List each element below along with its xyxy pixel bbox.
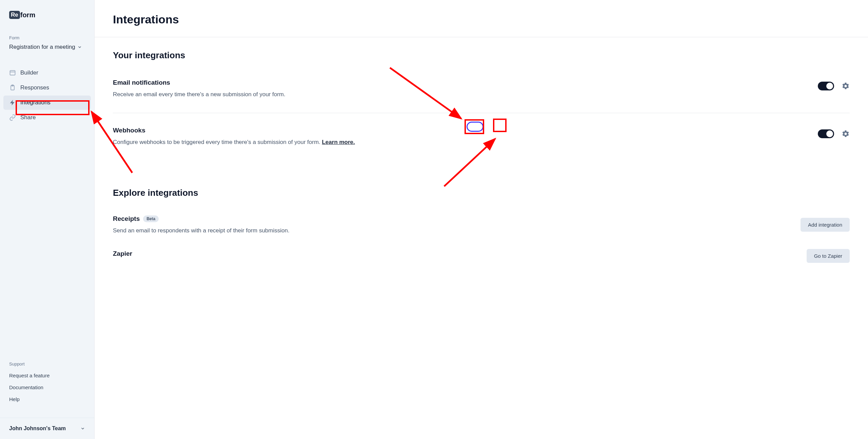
- support-request-feature[interactable]: Request a feature: [9, 373, 85, 378]
- email-title: Email notifications: [113, 79, 818, 86]
- clipboard-icon: [9, 84, 16, 91]
- sidebar: Reform Form Registration for a meeting B…: [0, 0, 95, 439]
- logo: Reform: [0, 0, 94, 19]
- nav-integrations-label: Integrations: [20, 99, 51, 106]
- form-section: Form Registration for a meeting: [0, 19, 94, 50]
- webhooks-title: Webhooks: [113, 127, 818, 134]
- form-selector[interactable]: Registration for a meeting: [0, 44, 94, 50]
- gear-icon: [842, 82, 850, 90]
- receipts-title: Receipts Beta: [113, 215, 801, 223]
- beta-badge: Beta: [143, 215, 159, 222]
- explore-zapier: Zapier Go to Zapier: [113, 244, 850, 263]
- explore-section: Explore integrations Receipts Beta Send …: [113, 188, 850, 263]
- support-heading: Support: [9, 361, 85, 367]
- team-name: John Johnson's Team: [9, 425, 66, 432]
- nav-integrations[interactable]: Integrations: [3, 96, 91, 110]
- form-name: Registration for a meeting: [9, 44, 75, 50]
- logo-text: form: [20, 11, 35, 19]
- form-section-label: Form: [0, 35, 94, 44]
- your-integrations-title: Your integrations: [113, 50, 850, 61]
- explore-title: Explore integrations: [113, 188, 850, 198]
- logo-badge: Re: [9, 11, 20, 19]
- add-integration-button[interactable]: Add integration: [801, 218, 850, 232]
- support-help[interactable]: Help: [9, 396, 85, 402]
- page-title: Integrations: [113, 13, 850, 26]
- svg-rect-0: [10, 70, 15, 75]
- integration-email: Email notifications Receive an email eve…: [113, 72, 850, 113]
- webhooks-settings-button[interactable]: [842, 130, 850, 138]
- gear-icon: [842, 130, 850, 138]
- window-icon: [9, 69, 16, 76]
- webhooks-desc: Configure webhooks to be triggered every…: [113, 139, 818, 146]
- support-documentation[interactable]: Documentation: [9, 384, 85, 390]
- support-block: Support Request a feature Documentation …: [0, 361, 94, 408]
- explore-receipts: Receipts Beta Send an email to responden…: [113, 210, 850, 244]
- bolt-icon: [9, 99, 16, 106]
- link-icon: [9, 114, 16, 121]
- nav-responses-label: Responses: [20, 84, 49, 91]
- nav-builder[interactable]: Builder: [3, 66, 91, 80]
- chevron-down-icon: [80, 426, 85, 431]
- nav-responses[interactable]: Responses: [3, 81, 91, 95]
- zapier-title: Zapier: [113, 250, 807, 257]
- go-to-zapier-button[interactable]: Go to Zapier: [807, 249, 850, 263]
- integration-webhooks: Webhooks Configure webhooks to be trigge…: [113, 120, 850, 161]
- team-switcher[interactable]: John Johnson's Team: [0, 418, 94, 439]
- receipts-desc: Send an email to respondents with a rece…: [113, 227, 801, 234]
- page-header: Integrations: [95, 0, 868, 37]
- email-desc: Receive an email every time there's a ne…: [113, 91, 818, 98]
- main-content: Integrations Your integrations Email not…: [95, 0, 868, 439]
- email-settings-button[interactable]: [842, 82, 850, 90]
- nav-builder-label: Builder: [20, 69, 38, 76]
- email-toggle[interactable]: [818, 82, 834, 90]
- nav-share[interactable]: Share: [3, 110, 91, 125]
- chevron-down-icon: [77, 45, 82, 49]
- webhooks-toggle[interactable]: [818, 129, 834, 138]
- nav-share-label: Share: [20, 114, 36, 121]
- webhooks-learn-more[interactable]: Learn more.: [322, 139, 355, 145]
- nav: Builder Responses Integrations Share: [0, 66, 94, 125]
